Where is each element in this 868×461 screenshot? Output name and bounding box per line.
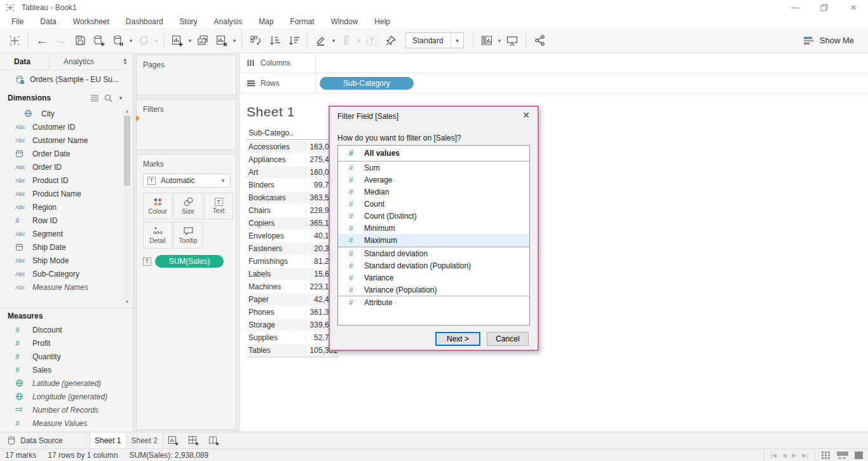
tab-sheet2[interactable]: Sheet 2: [126, 432, 163, 448]
option-count-distinct[interactable]: #Count (Distinct): [338, 210, 529, 222]
duplicate-sheet-button[interactable]: [193, 31, 212, 50]
menu-data[interactable]: Data: [34, 16, 62, 27]
table-row[interactable]: Storage339,684: [247, 319, 339, 331]
new-worksheet-button[interactable]: [168, 31, 187, 50]
field-region[interactable]: AbcRegion: [0, 200, 122, 214]
field-latitude[interactable]: Latitude (generated): [0, 376, 122, 390]
option-minimum[interactable]: #Minimum: [338, 222, 529, 234]
table-row[interactable]: Phones361,312: [247, 306, 339, 319]
field-product-name[interactable]: AbcProduct Name: [0, 187, 122, 200]
field-discount[interactable]: #Discount: [0, 323, 122, 336]
field-measure-names[interactable]: AbcMeasure Names: [0, 280, 122, 294]
cancel-button[interactable]: Cancel: [487, 332, 529, 346]
search-icon[interactable]: [104, 94, 112, 102]
highlight-dropdown[interactable]: ▾: [330, 38, 337, 44]
table-row[interactable]: Binders99,763: [247, 179, 339, 191]
column-header[interactable]: Sub-Catego..: [247, 128, 339, 139]
menu-story[interactable]: Story: [173, 16, 204, 27]
menu-file[interactable]: File: [5, 16, 30, 27]
tab-sheet1[interactable]: Sheet 1: [90, 432, 126, 448]
menu-dashboard[interactable]: Dashboard: [119, 16, 170, 27]
new-dashboard-tab-button[interactable]: [184, 432, 204, 448]
show-me-button[interactable]: Show Me: [804, 36, 854, 45]
resize-grip[interactable]: ⋰: [530, 342, 536, 348]
close-button[interactable]: ✕: [839, 0, 868, 15]
first-sheet-icon[interactable]: |◀: [771, 452, 776, 458]
option-attribute[interactable]: #Attribute: [338, 296, 529, 308]
add-datasource-button[interactable]: [90, 31, 109, 50]
clear-sheet-button[interactable]: [212, 31, 231, 50]
menu-map[interactable]: Map: [252, 16, 280, 27]
pause-updates-button[interactable]: [109, 31, 128, 50]
group-members-button[interactable]: [337, 31, 356, 50]
restore-button[interactable]: [810, 0, 839, 15]
undo-button[interactable]: ←: [32, 31, 51, 50]
minimize-button[interactable]: —: [780, 0, 810, 15]
table-row[interactable]: Supplies52,783: [247, 331, 339, 344]
dialog-close-icon[interactable]: ✕: [520, 110, 532, 120]
fit-selector[interactable]: Standard ▾: [405, 32, 464, 48]
new-worksheet-tab-button[interactable]: [163, 432, 184, 448]
field-order-id[interactable]: AbcOrder ID: [0, 160, 122, 174]
tooltip-button[interactable]: Tooltip: [173, 222, 203, 249]
show-hide-cards-button[interactable]: [477, 31, 496, 50]
last-sheet-icon[interactable]: ▶|: [803, 452, 808, 458]
table-row[interactable]: Accessories163,073: [247, 141, 339, 153]
table-row[interactable]: Tables105,381: [247, 344, 339, 357]
tableau-start-button[interactable]: [5, 31, 24, 50]
scroll-down-icon[interactable]: ▼: [123, 298, 131, 305]
tab-data[interactable]: Data: [14, 55, 49, 69]
table-row[interactable]: Furnishings81,215: [247, 255, 339, 268]
aggregation-listbox[interactable]: #All values #Sum #Average #Median #Count…: [337, 145, 530, 326]
tab-analytics[interactable]: Analytics: [49, 55, 112, 69]
refresh-button[interactable]: [134, 31, 153, 50]
size-button[interactable]: Size: [173, 193, 203, 219]
field-row-id[interactable]: #Row ID: [0, 214, 122, 227]
clear-sheet-dropdown[interactable]: ▾: [231, 38, 238, 44]
dimensions-menu-icon[interactable]: ▾: [118, 95, 124, 101]
option-maximum[interactable]: #Maximum: [338, 234, 529, 247]
field-customer-name[interactable]: AbcCustomer Name: [0, 134, 122, 147]
rows-shelf[interactable]: Rows Sub-Category: [240, 74, 868, 93]
refresh-dropdown[interactable]: ▾: [153, 38, 159, 44]
field-order-date[interactable]: Order Date: [0, 147, 122, 160]
text-button[interactable]: T Text: [204, 193, 233, 219]
field-sales[interactable]: #Sales: [0, 363, 122, 376]
field-product-id[interactable]: AbcProduct ID: [0, 174, 122, 187]
field-profit[interactable]: #Profit: [0, 336, 122, 350]
menu-help[interactable]: Help: [368, 16, 397, 27]
scroll-up-icon[interactable]: ▲: [123, 107, 131, 114]
scrollbar-thumb[interactable]: [124, 116, 130, 186]
option-average[interactable]: #Average: [338, 174, 529, 186]
view-list-icon[interactable]: [90, 94, 99, 102]
redo-button[interactable]: →: [51, 31, 71, 50]
field-city[interactable]: City: [0, 107, 122, 120]
sort-descending-button[interactable]: [284, 31, 303, 50]
field-ship-date[interactable]: Ship Date: [0, 240, 122, 254]
colour-button[interactable]: Colour: [143, 193, 172, 219]
sub-category-pill[interactable]: Sub-Category: [320, 77, 414, 90]
table-row[interactable]: Art160,088: [247, 166, 339, 179]
share-button[interactable]: [530, 31, 549, 50]
data-source-tab[interactable]: Data Source: [0, 432, 72, 448]
field-sub-category[interactable]: AbcSub-Category: [0, 267, 122, 280]
mark-type-dropdown[interactable]: T Automatic ▾: [143, 174, 231, 188]
swap-rows-columns-button[interactable]: [246, 31, 265, 50]
table-row[interactable]: Envelopes40,124: [247, 230, 339, 242]
table-row[interactable]: Machines223,165: [247, 280, 339, 293]
next-sheet-icon[interactable]: ▶: [792, 452, 797, 458]
field-quantity[interactable]: #Quantity: [0, 350, 122, 363]
sheet-view-icon[interactable]: [855, 451, 863, 459]
table-row[interactable]: Appliances275,439: [247, 153, 339, 166]
menu-worksheet[interactable]: Worksheet: [67, 16, 116, 27]
option-count[interactable]: #Count: [338, 198, 529, 210]
option-standard-deviation[interactable]: #Standard deviation: [338, 247, 529, 259]
option-variance-population[interactable]: #Variance (Population): [338, 284, 529, 296]
show-hide-cards-dropdown[interactable]: ▾: [496, 38, 503, 44]
save-button[interactable]: [71, 31, 90, 50]
field-segment[interactable]: AbcSegment: [0, 227, 122, 240]
field-measure-values[interactable]: #Measure Values: [0, 416, 122, 430]
menu-analysis[interactable]: Analysis: [208, 16, 249, 27]
menu-window[interactable]: Window: [325, 16, 365, 27]
table-row[interactable]: Bookcases363,520: [247, 191, 339, 204]
